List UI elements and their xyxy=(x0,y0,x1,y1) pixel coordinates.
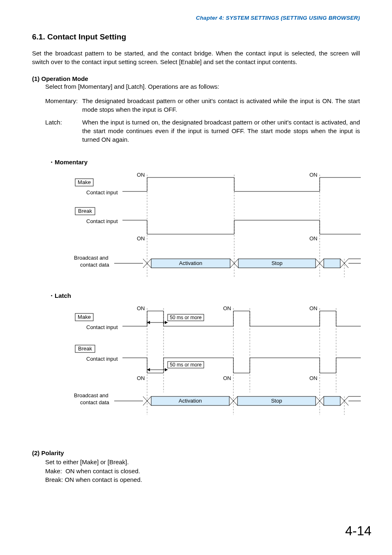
on-label: ON xyxy=(309,305,318,311)
momentary-label: Momentary: xyxy=(45,97,82,114)
broadcast-label-1: Broadcast and xyxy=(74,392,108,398)
latch-diagram-title: ・Latch xyxy=(48,292,360,300)
on-label: ON xyxy=(137,235,145,242)
momentary-row: Momentary: The designated broadcast patt… xyxy=(45,97,360,114)
on-label: ON xyxy=(309,235,318,242)
operation-mode-heading: (1) Operation Mode xyxy=(32,75,360,82)
svg-marker-30 xyxy=(165,321,168,324)
polarity-heading: (2) Polarity xyxy=(32,449,360,458)
latch-row: Latch: When the input is turned on, the … xyxy=(45,118,360,144)
on-label: ON xyxy=(137,305,145,311)
broadcast-label-2: contact data xyxy=(80,399,110,405)
stop-label: Stop xyxy=(272,260,283,266)
polarity-block: (2) Polarity Set to either [Make] or [Br… xyxy=(32,449,360,484)
svg-rect-48 xyxy=(324,396,340,405)
activation-label: Activation xyxy=(179,260,202,266)
broadcast-label-2: contact data xyxy=(80,262,110,268)
latch-label: Latch: xyxy=(45,118,82,144)
contact-input-label: Contact input xyxy=(86,324,118,330)
on-label: ON xyxy=(137,172,145,178)
section-intro: Set the broadcast pattern to be started,… xyxy=(32,49,360,66)
stop-label: Stop xyxy=(271,398,282,404)
on-label: ON xyxy=(309,375,318,381)
on-label: ON xyxy=(223,375,231,381)
make-label: Make xyxy=(78,314,91,320)
fifty-ms-label: 50 ms or more xyxy=(170,315,202,320)
polarity-make-label: Make: xyxy=(45,467,62,474)
contact-input-label: Contact input xyxy=(86,189,118,196)
polarity-make-line: Make: ON when contact is closed. xyxy=(45,467,360,476)
break-label: Break xyxy=(78,345,92,352)
momentary-diagram: Make Contact input ON ON Break Contact i… xyxy=(44,166,373,281)
svg-rect-15 xyxy=(324,259,340,268)
chapter-header: Chapter 4: SYSTEM SETTINGS (SETTING USIN… xyxy=(32,15,360,21)
svg-marker-33 xyxy=(147,321,150,324)
contact-input-label: Contact input xyxy=(86,218,118,224)
polarity-break-desc: ON when contact is opened. xyxy=(65,476,142,483)
polarity-break-label: Break: xyxy=(45,476,63,483)
polarity-break-line: Break: ON when contact is opened. xyxy=(45,475,360,484)
page-number: 4-14 xyxy=(345,523,371,539)
break-label: Break xyxy=(78,208,92,214)
broadcast-label-1: Broadcast and xyxy=(74,255,108,261)
on-label: ON xyxy=(223,305,231,311)
latch-diagram: Make Contact input ON ON ON 50 ms or mor… xyxy=(44,300,373,419)
fifty-ms-label: 50 ms or more xyxy=(170,362,202,368)
on-label: ON xyxy=(309,172,318,178)
activation-label: Activation xyxy=(179,398,202,404)
latch-desc: When the input is turned on, the designa… xyxy=(82,118,360,144)
contact-input-label: Contact input xyxy=(86,356,118,362)
make-label: Make xyxy=(78,179,91,185)
page-container: Chapter 4: SYSTEM SETTINGS (SETTING USIN… xyxy=(0,0,392,555)
section-title: 6.1. Contact Input Setting xyxy=(32,32,360,41)
on-label: ON xyxy=(137,375,145,381)
operation-mode-intro: Select from [Momentary] and [Latch]. Ope… xyxy=(45,82,360,91)
svg-marker-38 xyxy=(147,368,150,371)
polarity-make-desc: ON when contact is closed. xyxy=(65,467,140,474)
svg-marker-37 xyxy=(165,368,168,371)
momentary-desc: The designated broadcast pattern or othe… xyxy=(82,97,360,114)
momentary-diagram-title: ・Momentary xyxy=(48,159,360,166)
polarity-line1: Set to either [Make] or [Break]. xyxy=(45,458,360,467)
